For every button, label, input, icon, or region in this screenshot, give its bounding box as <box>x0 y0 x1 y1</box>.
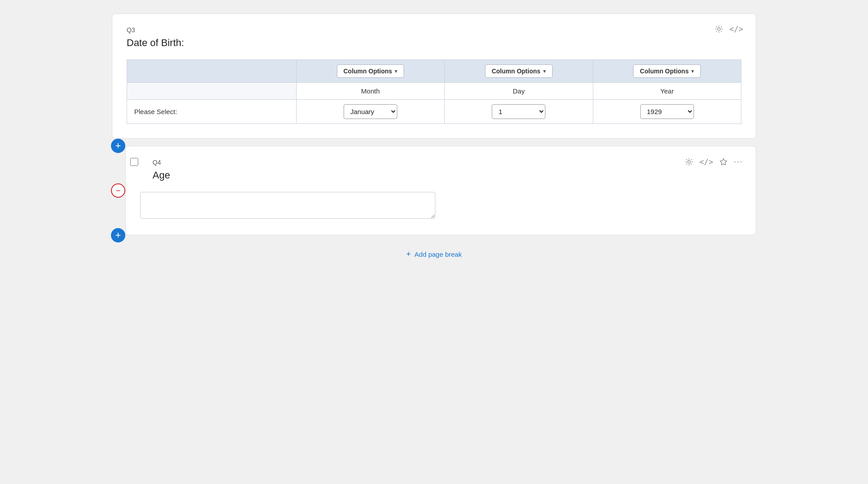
svg-point-0 <box>718 28 720 30</box>
empty-header <box>127 60 297 83</box>
q4-wrapper: + − + <box>112 146 756 235</box>
age-input[interactable] <box>140 192 435 219</box>
star-icon[interactable] <box>719 158 728 166</box>
svg-line-5 <box>716 26 717 27</box>
day-cell: 1 2 3 <box>445 100 593 124</box>
q4-card: </> ··· Q4 Age <box>125 146 756 235</box>
month-select[interactable]: January February March April May June Ju… <box>344 104 397 119</box>
row-label: Please Select: <box>127 100 297 124</box>
column-options-day-button[interactable]: Column Options ▾ <box>485 64 553 78</box>
month-cell: January February March April May June Ju… <box>296 100 444 124</box>
q4-checkbox[interactable] <box>130 158 138 166</box>
q3-title: Date of Birth: <box>127 37 741 49</box>
year-cell: 1929 1930 1931 <box>593 100 741 124</box>
dob-data-row: Please Select: January February March Ap… <box>127 100 741 124</box>
svg-line-16 <box>686 164 687 164</box>
add-question-below-button[interactable]: + <box>111 228 125 242</box>
year-subheader: Year <box>593 83 741 100</box>
subheader-row: Month Day Year <box>127 83 741 100</box>
svg-point-9 <box>688 161 690 163</box>
month-subheader: Month <box>296 83 444 100</box>
svg-line-15 <box>691 164 692 164</box>
lightbulb-icon[interactable] <box>685 158 693 166</box>
add-question-above-button[interactable]: + <box>111 139 125 153</box>
lightbulb-icon[interactable] <box>715 25 723 33</box>
day-column-header: Column Options ▾ <box>445 60 593 83</box>
dob-table: Column Options ▾ Column Options ▾ Column… <box>127 59 741 124</box>
q3-card: </> Q3 Date of Birth: Column Options ▾ <box>112 13 756 139</box>
svg-line-17 <box>691 159 692 160</box>
chevron-down-icon: ▾ <box>395 68 397 74</box>
day-select[interactable]: 1 2 3 <box>492 104 545 119</box>
add-page-break-button[interactable]: + Add page break <box>112 242 756 261</box>
q4-toolbar: </> ··· <box>685 157 743 166</box>
q3-number: Q3 <box>127 26 741 34</box>
more-options-icon[interactable]: ··· <box>734 157 743 166</box>
year-column-header: Column Options ▾ <box>593 60 741 83</box>
remove-question-button[interactable]: − <box>111 183 125 198</box>
chevron-down-icon: ▾ <box>543 68 546 74</box>
year-select[interactable]: 1929 1930 1931 <box>640 104 694 119</box>
month-column-header: Column Options ▾ <box>296 60 444 83</box>
svg-line-6 <box>721 31 722 32</box>
column-options-month-button[interactable]: Column Options ▾ <box>337 64 404 78</box>
code-icon[interactable]: </> <box>699 157 713 166</box>
svg-line-8 <box>721 26 722 27</box>
svg-marker-18 <box>720 158 727 165</box>
svg-line-7 <box>716 31 717 32</box>
plus-icon: + <box>406 250 411 259</box>
svg-line-14 <box>686 159 687 160</box>
q3-toolbar: </> <box>715 25 743 34</box>
empty-subheader <box>127 83 297 100</box>
chevron-down-icon: ▾ <box>691 68 694 74</box>
q4-number: Q4 <box>153 159 741 166</box>
column-options-year-button[interactable]: Column Options ▾ <box>633 64 701 78</box>
q4-title: Age <box>153 170 741 181</box>
add-page-break-label: Add page break <box>414 250 462 258</box>
column-options-row: Column Options ▾ Column Options ▾ Column… <box>127 60 741 83</box>
code-icon[interactable]: </> <box>729 25 743 34</box>
day-subheader: Day <box>445 83 593 100</box>
